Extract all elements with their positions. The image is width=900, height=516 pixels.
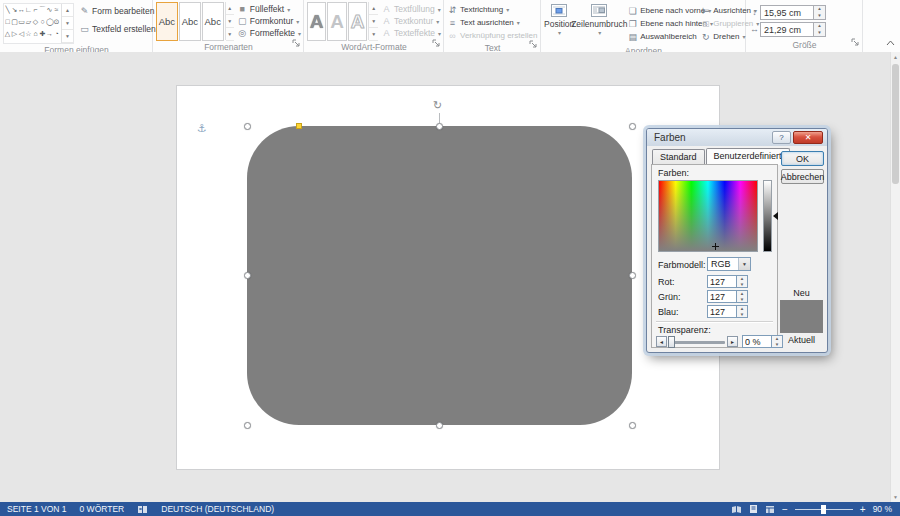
shape-fill-button[interactable]: ■ Fülleffekt ▾ — [237, 3, 301, 15]
color-model-select[interactable]: RGB ▼ — [707, 257, 751, 271]
text-direction-button[interactable]: ⇵ Textrichtung ▾ — [447, 3, 509, 16]
language-indicator[interactable]: DEUTSCH (DEUTSCHLAND) — [161, 504, 274, 514]
shape-icon[interactable]: ⌂ — [32, 28, 39, 40]
gallery-more-icon[interactable]: ▼ — [62, 30, 73, 43]
shape-icon[interactable]: ▷ — [11, 28, 18, 40]
shape-icon[interactable]: ▱ — [25, 16, 32, 28]
rotation-handle[interactable]: ↻ — [433, 100, 442, 111]
edit-shape-button[interactable]: ✎ Form bearbeiten ▾ — [77, 2, 162, 20]
stepper-down-icon[interactable]: ▼ — [814, 30, 825, 37]
shape-style-preview-3[interactable]: Abc — [202, 2, 224, 41]
print-layout-icon[interactable] — [749, 504, 758, 514]
stepper-down-icon[interactable]: ▼ — [737, 297, 747, 303]
slider-right-icon[interactable]: ► — [727, 336, 738, 347]
gallery-up-icon[interactable]: ▲ — [369, 2, 378, 15]
luminance-bar[interactable] — [763, 180, 772, 252]
read-mode-icon[interactable] — [731, 505, 742, 514]
send-backward-button[interactable]: ❐ Ebene nach hinten ▾ — [627, 17, 697, 30]
dialog-launcher-icon[interactable] — [529, 40, 538, 52]
resize-handle-sw[interactable] — [244, 422, 251, 429]
tab-custom[interactable]: Benutzerdefiniert — [706, 148, 790, 165]
shape-style-preview-1[interactable]: Abc — [156, 2, 178, 41]
wrap-text-button[interactable]: Zeilenumbruch ▾ — [574, 2, 624, 45]
blue-input[interactable] — [707, 305, 737, 318]
create-link-button[interactable]: ∞ Verknüpfung erstellen — [447, 29, 537, 42]
color-spectrum[interactable] — [658, 180, 758, 252]
transparency-input[interactable] — [742, 335, 772, 348]
spectrum-marker-icon[interactable] — [712, 243, 719, 250]
shape-icon[interactable]: ╲ — [4, 4, 11, 16]
shape-icon[interactable]: ◁ — [18, 28, 25, 40]
luminance-arrow-icon[interactable] — [773, 212, 778, 220]
gallery-down-icon[interactable]: ▼ — [62, 17, 73, 30]
adjust-handle[interactable] — [296, 123, 302, 129]
shape-effects-button[interactable]: ◎ Formeffekte ▾ — [237, 27, 301, 39]
help-button[interactable]: ? — [772, 131, 791, 144]
resize-handle-ne[interactable] — [629, 123, 636, 130]
bring-forward-button[interactable]: ❏ Ebene nach vorne ▾ — [627, 4, 697, 17]
resize-handle-e[interactable] — [629, 272, 636, 279]
dialog-launcher-icon[interactable] — [292, 39, 301, 51]
cancel-button[interactable]: Abbrechen — [781, 169, 824, 184]
word-count[interactable]: 0 WÖRTER — [80, 504, 125, 514]
gallery-down-icon[interactable]: ▼ — [226, 15, 234, 28]
shape-icon[interactable]: ↔ — [18, 4, 25, 16]
gallery-down-icon[interactable]: ▼ — [369, 15, 378, 28]
rotate-objects-button[interactable]: ↻ Drehen ▾ — [700, 30, 752, 43]
shape-icon[interactable]: △ — [4, 28, 11, 40]
resize-handle-n[interactable] — [436, 123, 443, 130]
dialog-launcher-icon[interactable] — [432, 39, 441, 51]
slider-left-icon[interactable]: ◄ — [656, 336, 667, 347]
proofing-icon[interactable] — [137, 505, 148, 514]
shape-icon[interactable]: ☆ — [25, 28, 32, 40]
wordart-preview-2[interactable]: A — [327, 2, 346, 41]
group-objects-button[interactable]: ⊞ Gruppieren ▾ — [700, 17, 752, 30]
vertical-scrollbar[interactable]: ▲ ▼ — [890, 52, 900, 502]
gallery-more-icon[interactable]: ▼ — [369, 28, 378, 41]
shape-icon[interactable]: ▢ — [11, 16, 18, 28]
close-icon[interactable]: ✕ — [793, 131, 823, 144]
gallery-up-icon[interactable]: ▲ — [62, 4, 73, 17]
text-outline-button[interactable]: A Textkontur ▾ — [381, 15, 441, 27]
zoom-slider[interactable] — [795, 509, 853, 510]
page-indicator[interactable]: SEITE 1 VON 1 — [7, 504, 67, 514]
red-input[interactable] — [707, 275, 737, 288]
zoom-slider-thumb[interactable] — [821, 505, 826, 514]
stepper-down-icon[interactable]: ▼ — [737, 312, 747, 318]
align-text-button[interactable]: ≡ Text ausrichten ▾ — [447, 16, 520, 29]
insert-shapes-gallery[interactable]: ╲↘↔∟⌐⌒∿≈□▢▭▱◇○◯⊙△▷◁☆⌂✚→◔ ▲ ▼ ▼ — [3, 3, 74, 44]
position-button[interactable]: Position ▾ — [544, 2, 574, 45]
shape-icon[interactable]: ✚ — [39, 28, 46, 40]
draw-textbox-button[interactable]: ▭ Textfeld erstellen — [77, 20, 162, 38]
web-layout-icon[interactable] — [765, 505, 775, 514]
shape-icon[interactable]: ▭ — [18, 16, 25, 28]
shape-icon[interactable]: ◯ — [46, 16, 53, 28]
dialog-launcher-icon[interactable] — [851, 38, 860, 50]
shape-style-preview-2[interactable]: Abc — [179, 2, 201, 41]
selection-pane-button[interactable]: ▤ Auswahlbereich — [627, 30, 697, 43]
shape-width-input[interactable] — [760, 22, 814, 37]
shape-icon[interactable]: ⌐ — [32, 4, 39, 16]
shape-icon[interactable]: ⌒ — [39, 4, 46, 16]
scroll-down-icon[interactable]: ▼ — [891, 494, 900, 500]
zoom-percent[interactable]: 90 % — [873, 504, 892, 514]
shape-icon[interactable]: ∟ — [25, 4, 32, 16]
shape-icon[interactable]: → — [46, 28, 53, 40]
wordart-preview-3[interactable]: A — [348, 2, 367, 41]
scrollbar-thumb[interactable] — [892, 64, 899, 184]
resize-handle-nw[interactable] — [244, 123, 251, 130]
text-effects-button[interactable]: A Texteffekte ▾ — [381, 27, 441, 39]
gallery-up-icon[interactable]: ▲ — [226, 2, 234, 15]
document-page[interactable]: ⚓ ↻ — [176, 85, 720, 470]
scroll-up-icon[interactable]: ▲ — [891, 54, 900, 60]
transparency-slider-thumb[interactable] — [668, 336, 675, 348]
collapse-ribbon-icon[interactable] — [886, 38, 895, 48]
ok-button[interactable]: OK — [781, 151, 824, 166]
wordart-preview-1[interactable]: A — [307, 2, 326, 41]
shape-icon[interactable]: □ — [4, 16, 11, 28]
resize-handle-w[interactable] — [244, 272, 251, 279]
gallery-more-icon[interactable]: ▼ — [226, 28, 234, 41]
shape-outline-button[interactable]: ▢ Formkontur ▾ — [237, 15, 301, 27]
text-fill-button[interactable]: A Textfüllung ▾ — [381, 3, 441, 15]
selected-shape[interactable] — [247, 126, 632, 425]
